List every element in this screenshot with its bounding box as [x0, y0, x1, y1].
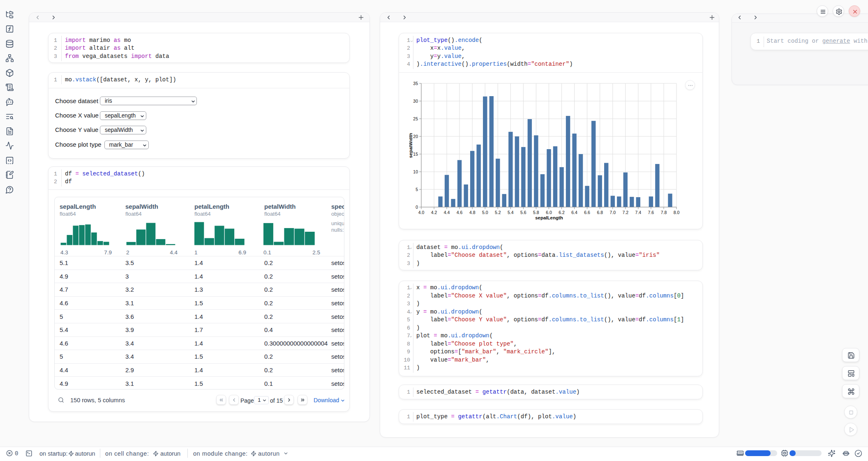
svg-text:7.4: 7.4 — [635, 210, 642, 215]
svg-text:20: 20 — [413, 134, 418, 139]
svg-text:30: 30 — [413, 99, 418, 104]
svg-text:6.4: 6.4 — [571, 210, 577, 215]
svg-text:25: 25 — [413, 116, 418, 121]
svg-text:5.0: 5.0 — [482, 210, 488, 215]
svg-text:7.6: 7.6 — [648, 210, 654, 215]
svg-text:6.2: 6.2 — [559, 210, 565, 215]
svg-text:4.8: 4.8 — [469, 210, 476, 215]
svg-text:5.8: 5.8 — [533, 210, 539, 215]
svg-text:6.6: 6.6 — [584, 210, 590, 215]
svg-text:8.0: 8.0 — [674, 210, 680, 215]
svg-text:6.0: 6.0 — [546, 210, 552, 215]
svg-text:sepalWidth: sepalWidth — [409, 133, 413, 158]
svg-text:6.8: 6.8 — [597, 210, 603, 215]
svg-text:5.6: 5.6 — [520, 210, 526, 215]
svg-text:7.0: 7.0 — [609, 210, 616, 215]
svg-text:35: 35 — [413, 81, 418, 86]
svg-text:4.4: 4.4 — [444, 210, 450, 215]
svg-text:4.2: 4.2 — [431, 210, 437, 215]
svg-text:5: 5 — [416, 187, 418, 192]
svg-text:4.6: 4.6 — [457, 210, 463, 215]
svg-text:4.0: 4.0 — [418, 210, 425, 215]
svg-text:15: 15 — [413, 152, 418, 157]
svg-text:5.2: 5.2 — [495, 210, 501, 215]
svg-text:7.2: 7.2 — [622, 210, 628, 215]
svg-text:7.8: 7.8 — [661, 210, 667, 215]
svg-text:sepalLength: sepalLength — [535, 215, 563, 220]
svg-text:5.4: 5.4 — [508, 210, 514, 215]
svg-text:10: 10 — [413, 169, 418, 174]
svg-text:0: 0 — [416, 205, 418, 210]
